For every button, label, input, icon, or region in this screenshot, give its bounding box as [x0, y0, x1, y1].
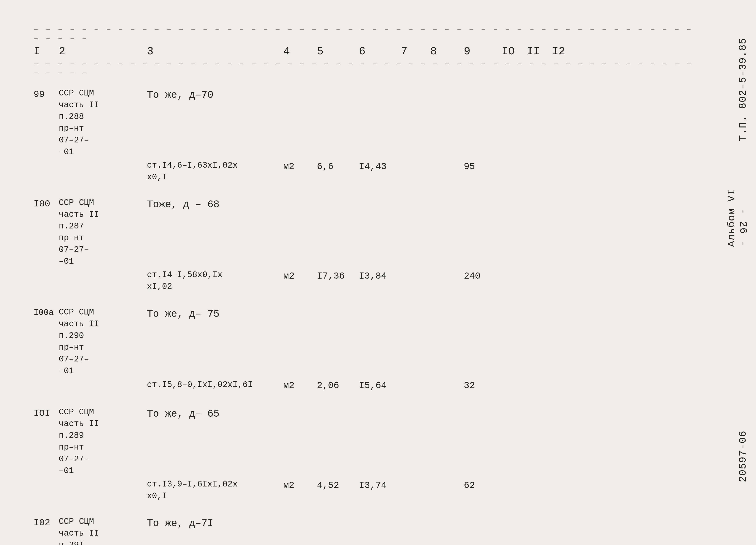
row-99-col6: I4,43	[359, 160, 401, 174]
col-header-7: 7	[401, 45, 430, 58]
row-102-ref-top: ССР СЦМ часть II п.29I	[59, 516, 147, 545]
row-100a-col9: 32	[464, 379, 502, 392]
row-101-unit: м2	[283, 478, 317, 492]
row-100a-col5: 2,06	[317, 379, 359, 392]
top-dashes: – – – – – – – – – – – – – – – – – – – – …	[34, 25, 701, 43]
row-100-desc-top: Тоже, д – 68	[147, 197, 283, 212]
row-100a-id: I00а	[34, 306, 59, 319]
row-102-top: I02 ССР СЦМ часть II п.29I То же, д–7I	[34, 512, 701, 545]
row-100a-bottom: ст.I5,8–0,IхI,02хI,6I м2 2,06 I5,64 32	[34, 378, 701, 396]
col-header-5: 5	[317, 45, 359, 58]
col-header-1: I	[34, 45, 59, 58]
row-100-col5: I7,36	[317, 269, 359, 283]
row-99-col9: 95	[464, 160, 502, 174]
row-99-col5: 6,6	[317, 160, 359, 174]
row-100-bottom: ст.I4–I,58х0,Iх хI,02 м2 I7,36 I3,84 240	[34, 268, 701, 296]
col-header-8: 8	[430, 45, 464, 58]
row-101-top: IOI ССР СЦМ часть II п.289 пр–нт 07–27– …	[34, 402, 701, 478]
right-label-bottom: 20597-06	[737, 430, 749, 482]
col-header-2: 2	[59, 45, 147, 58]
col-header-12: I2	[552, 45, 577, 58]
col-header-10: IO	[502, 45, 527, 58]
row-101-ref-top: ССР СЦМ часть II п.289 пр–нт 07–27– –01	[59, 406, 147, 477]
row-101-col9: 62	[464, 478, 502, 492]
row-100a: I00а ССР СЦМ часть II п.290 пр–нт 07–27–…	[34, 303, 701, 396]
row-101-col5: 4,52	[317, 478, 359, 492]
row-99-formula: ст.I4,6–I,63хI,02х х0,I	[147, 160, 283, 183]
col-header-4: 4	[283, 45, 317, 58]
row-102-id: I02	[34, 516, 59, 530]
row-100-formula: ст.I4–I,58х0,Iх хI,02	[147, 269, 283, 292]
row-99-ref-top: ССР СЦМ часть II п.288 пр–нт 07–27– –01	[59, 88, 147, 158]
col-header-3: 3	[147, 45, 283, 58]
row-100a-col6: I5,64	[359, 379, 401, 392]
page: Т.П. 802-5-39.85 Альбом VI - 26 - 20597-…	[0, 0, 756, 545]
right-label-middle: Альбом VI - 26 -	[726, 189, 749, 247]
row-100-unit: м2	[283, 269, 317, 283]
row-100a-formula: ст.I5,8–0,IхI,02хI,6I	[147, 379, 283, 391]
header-row: I 2 3 4 5 6 7 8 9 IO II I2	[34, 45, 701, 59]
col-header-11: II	[527, 45, 552, 58]
header-bottom-dashes: – – – – – – – – – – – – – – – – – – – – …	[34, 59, 701, 77]
row-101-formula: ст.I3,9–I,6IхI,02х х0,I	[147, 478, 283, 502]
row-100: I00 ССР СЦМ часть II п.287 пр–нт 07–27– …	[34, 193, 701, 296]
row-100-col6: I3,84	[359, 269, 401, 283]
row-101-col6: I3,74	[359, 478, 401, 492]
row-102: I02 ССР СЦМ часть II п.29I То же, д–7I	[34, 512, 701, 545]
row-99-id: 99	[34, 88, 59, 101]
row-99-top: 99 ССР СЦМ часть II п.288 пр–нт 07–27– –…	[34, 84, 701, 159]
row-100a-ref-top: ССР СЦМ часть II п.290 пр–нт 07–27– –01	[59, 306, 147, 377]
col-header-9: 9	[464, 45, 502, 58]
row-100-top: I00 ССР СЦМ часть II п.287 пр–нт 07–27– …	[34, 193, 701, 268]
row-101-bottom: ст.I3,9–I,6IхI,02х х0,I м2 4,52 I3,74 62	[34, 478, 701, 506]
row-99: 99 ССР СЦМ часть II п.288 пр–нт 07–27– –…	[34, 84, 701, 187]
row-100-ref-top: ССР СЦМ часть II п.287 пр–нт 07–27– –01	[59, 197, 147, 268]
right-label-top: Т.П. 802-5-39.85	[737, 38, 749, 141]
row-100a-unit: м2	[283, 379, 317, 392]
row-100-id: I00	[34, 197, 59, 211]
row-102-desc-top: То же, д–7I	[147, 516, 283, 531]
table-container: – – – – – – – – – – – – – – – – – – – – …	[34, 25, 701, 545]
col-header-6: 6	[359, 45, 401, 58]
row-99-unit: м2	[283, 160, 317, 174]
row-101-desc-top: То же, д– 65	[147, 406, 283, 421]
row-99-desc-top: То же, д–70	[147, 88, 283, 103]
row-100-col9: 240	[464, 269, 502, 283]
row-101-id: IOI	[34, 406, 59, 420]
row-99-bottom: ст.I4,6–I,63хI,02х х0,I м2 6,6 I4,43 95	[34, 159, 701, 187]
row-100a-top: I00а ССР СЦМ часть II п.290 пр–нт 07–27–…	[34, 303, 701, 378]
row-101: IOI ССР СЦМ часть II п.289 пр–нт 07–27– …	[34, 402, 701, 506]
row-100a-desc-top: То же, д– 75	[147, 306, 283, 321]
